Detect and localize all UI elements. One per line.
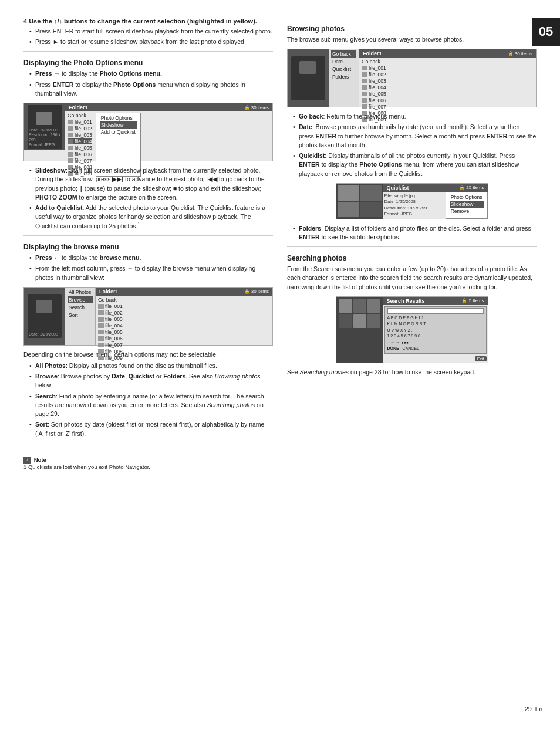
file-item-6: file_006 bbox=[68, 151, 92, 157]
ql-thumb-area bbox=[336, 184, 383, 219]
ql-folder-bar: Quicklist 🔒 25 items bbox=[383, 184, 488, 192]
screen3-thumb bbox=[288, 49, 329, 107]
screen3-items-count: 🔒 30 items bbox=[508, 51, 532, 56]
file-item-5: file_005 bbox=[68, 145, 92, 151]
folders-bullet-list: Folders: Display a list of folders and p… bbox=[287, 224, 537, 242]
screen2-file-list: Go back file_001 file_002 file_003 file_… bbox=[96, 296, 272, 362]
photo-options-bullet-1: Press → to display the Photo Options men… bbox=[29, 69, 273, 78]
search-keypad: A B C D E F G H I J K L M N O P Q R S T … bbox=[384, 306, 487, 354]
menu-item-add-quicklist: Add to Quicklist bbox=[100, 129, 137, 136]
panel-browse: Browse bbox=[68, 296, 93, 303]
intro-bullets: Press ENTER to start full-screen slidesh… bbox=[23, 27, 273, 46]
add-quicklist-desc: Add to Quicklist: Add the selected photo… bbox=[29, 204, 273, 231]
search-bullet-desc: Search: Find a photo by entering a name … bbox=[29, 392, 273, 419]
screen2-inner: Folder1 🔒 30 items Go back file_001 file… bbox=[96, 288, 272, 345]
screen-photo-options: Date: 1/25/2008Resolution: 196 x 299Form… bbox=[23, 103, 273, 161]
chapter-badge: 05 bbox=[532, 18, 560, 46]
search-keypad-chars: A B C D E F G H I J K L M N O P Q R S T … bbox=[387, 315, 484, 352]
screen3-folder-bar: Folder1 🔒 30 items bbox=[359, 49, 536, 58]
go-back-desc: Go back: Return to the previous menu. bbox=[293, 112, 537, 121]
ql-items-count: 🔒 25 items bbox=[459, 185, 484, 190]
screen-browsing: Go back Date Quicklist Folders Folder1 🔒… bbox=[287, 49, 537, 107]
panel3-date: Date bbox=[331, 58, 356, 65]
panel3-folders: Folders bbox=[331, 73, 356, 80]
panel-all-photos: All Photos bbox=[68, 289, 93, 296]
menu-item-photo-options: Photo Options bbox=[100, 114, 137, 121]
screen3-left-panel: Go back Date Quicklist Folders bbox=[329, 49, 359, 107]
panel-search: Search bbox=[68, 304, 93, 311]
ql-menu-slideshow: Slideshow bbox=[450, 201, 484, 208]
screen1-folder-name: Folder1 bbox=[69, 104, 88, 110]
screen1-thumb: Date: 1/25/2008Resolution: 196 x 299Form… bbox=[24, 103, 65, 150]
file-item-4: file_004 bbox=[68, 138, 92, 144]
search-input-field bbox=[387, 308, 484, 314]
slideshow-desc: Slideshow: Start full-screen slideshow p… bbox=[29, 166, 273, 202]
file-item-2: file_002 bbox=[68, 126, 92, 131]
browsing-photos-intro: The browse sub-menu gives you several wa… bbox=[287, 35, 537, 44]
two-column-layout: 4 Use the ↑/↓ buttons to change the curr… bbox=[23, 18, 537, 442]
step-heading: 4 Use the ↑/↓ buttons to change the curr… bbox=[23, 18, 273, 25]
photo-options-heading: Displaying the Photo Options menu bbox=[23, 59, 273, 67]
divider-2 bbox=[23, 235, 273, 236]
ql-folder-name: Quicklist bbox=[387, 185, 409, 191]
screen-quicklist: Quicklist 🔒 25 items File: sample.jpgDat… bbox=[336, 183, 488, 219]
browse-bullet-desc: Browse: Browse photos by Date, Quicklist… bbox=[29, 372, 273, 390]
search-folder-bar: Search Results 🔒 5 items bbox=[383, 297, 488, 305]
photo-options-intro-bullets: Press → to display the Photo Options men… bbox=[23, 69, 273, 98]
screen1-items-count: 🔒 30 items bbox=[244, 105, 269, 110]
ql-menu-photo-options: Photo Options bbox=[450, 194, 484, 201]
right-column: Browsing photos The browse sub-menu give… bbox=[287, 18, 537, 442]
panel3-quicklist: Quicklist bbox=[331, 66, 356, 73]
file-item-3: file_003 bbox=[68, 132, 92, 138]
search-folder-name: Search Results bbox=[387, 298, 425, 304]
browse-menu-intro-bullets: Press ← to display the browse menu. From… bbox=[23, 254, 273, 282]
ql-menu-box: Photo Options Slideshow Remove bbox=[446, 192, 488, 219]
browse-desc-bullets: All Photos: Display all photos found on … bbox=[23, 361, 273, 438]
screen2-thumb: Date: 1/25/2008 bbox=[24, 288, 65, 345]
screen3-inner: Folder1 🔒 30 items Go back file_001 file… bbox=[359, 49, 536, 107]
screen1-info: Date: 1/25/2008Resolution: 196 x 299Form… bbox=[29, 128, 62, 148]
searching-photos-heading: Searching photos bbox=[287, 254, 537, 262]
photo-options-bullet-2: Press ENTER to display the Photo Options… bbox=[29, 80, 273, 98]
browsing-photos-heading: Browsing photos bbox=[287, 25, 537, 33]
intro-bullet-2: Press ► to start or resume slideshow pla… bbox=[29, 38, 273, 46]
note-item-1: 1 Quicklists are lost when you exit Phot… bbox=[23, 464, 150, 470]
screen2-folder-name: Folder1 bbox=[99, 289, 119, 295]
search-inner: Search Results 🔒 5 items A B C D E F G H… bbox=[383, 297, 488, 363]
all-photos-bullet: All Photos: Display all photos found on … bbox=[29, 361, 273, 370]
note-label: Note bbox=[34, 457, 46, 463]
quicklist-desc: Quicklist: Display thumbnails of all the… bbox=[293, 151, 537, 178]
intro-bullet-1: Press ENTER to start full-screen slidesh… bbox=[29, 27, 273, 36]
ql-file-info: File: sample.jpgDate: 1/25/2008Resolutio… bbox=[383, 192, 444, 219]
folders-desc: Folders: Display a list of folders and p… bbox=[293, 224, 537, 242]
search-items-count: 🔒 5 items bbox=[461, 298, 484, 303]
file-item-goback: Go back bbox=[68, 113, 92, 119]
screen2-items-count: 🔒 30 items bbox=[244, 289, 269, 294]
note-icon: ♪ bbox=[23, 457, 31, 464]
divider-3 bbox=[287, 246, 537, 247]
search-exit-btn: Exit bbox=[383, 355, 488, 363]
sort-bullet-desc: Sort: Sort photos by date (oldest first … bbox=[29, 420, 273, 438]
screen1-inner: Folder1 🔒 30 items Go back file_001 file… bbox=[65, 103, 272, 161]
note-box: ♪ Note 1 Quicklists are lost when you ex… bbox=[23, 454, 537, 470]
panel-sort: Sort bbox=[68, 312, 93, 319]
screen2-folder-bar: Folder1 🔒 30 items bbox=[96, 288, 272, 296]
searching-footer: See Searching movies on page 28 for how … bbox=[287, 368, 537, 377]
file-item-1: file_001 bbox=[68, 119, 92, 125]
screen-search: Search Results 🔒 5 items A B C D E F G H… bbox=[336, 296, 488, 363]
searching-photos-intro: From the Search sub-menu you can enter a… bbox=[287, 265, 537, 292]
file-item-7: file_007 bbox=[68, 158, 92, 164]
screen2-file-col: Go back file_001 file_002 file_003 file_… bbox=[98, 297, 123, 361]
screen3-folder-name: Folder1 bbox=[363, 50, 382, 56]
page-number: 29 bbox=[525, 705, 532, 712]
screen-browse: Date: 1/25/2008 All Photos Browse Search… bbox=[23, 287, 273, 346]
left-column: 4 Use the ↑/↓ buttons to change the curr… bbox=[23, 18, 273, 442]
ql-content: File: sample.jpgDate: 1/25/2008Resolutio… bbox=[383, 192, 488, 219]
browse-bullet-2: From the left-most column, press ← to di… bbox=[29, 264, 273, 282]
screen1-folder-bar: Folder1 🔒 30 items bbox=[65, 103, 272, 111]
panel3-go-back: Go back bbox=[331, 50, 356, 58]
screen2-left-panel: All Photos Browse Search Sort bbox=[65, 288, 96, 345]
browse-menu-heading: Displaying the browse menu bbox=[23, 243, 273, 251]
ql-menu-remove: Remove bbox=[450, 208, 484, 215]
menu-item-slideshow: Slideshow bbox=[100, 121, 137, 129]
